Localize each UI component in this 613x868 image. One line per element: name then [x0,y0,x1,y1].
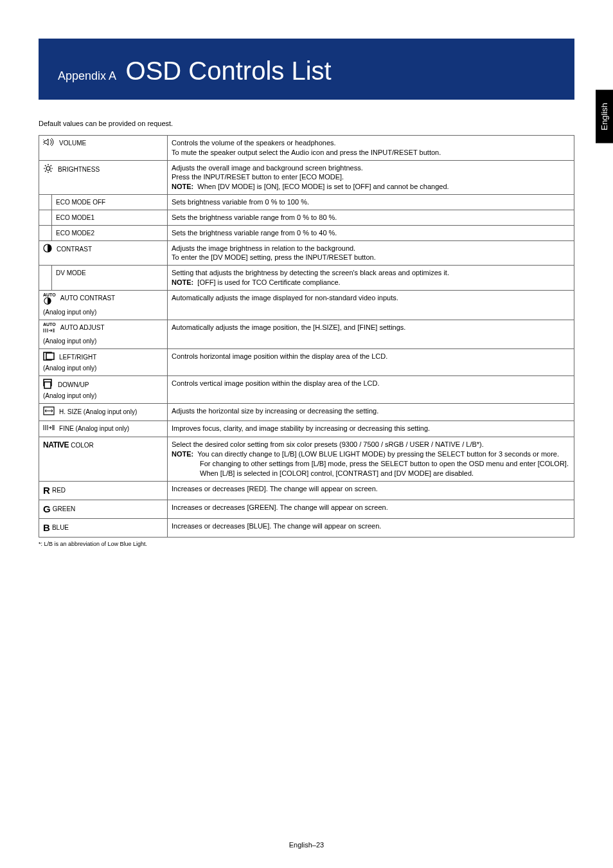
row-label: H. SIZE (Analog input only) [59,408,137,415]
blue-icon: B [43,521,50,534]
table-row: G GREEN Increases or decreases [GREEN]. … [39,500,574,518]
row-desc: Adjusts the horizontal size by increasin… [168,404,574,421]
auto-contrast-icon: AUTO [43,293,56,307]
svg-line-6 [51,170,52,172]
table-row: ECO MODE OFFSets brightness variable fro… [39,195,574,210]
row-desc: Adjusts the image brightness in relation… [168,240,574,266]
native-icon: NATIVE [43,440,69,449]
table-row: B BLUE Increases or decreases [BLUE]. Th… [39,519,574,538]
table-row: VOLUME Controls the volume of the speake… [39,135,574,160]
table-row: BRIGHTNESS Adjusts the overall image and… [39,160,574,195]
table-row: R RED Increases or decreases [RED]. The … [39,481,574,500]
row-desc: Select the desired color setting from si… [168,437,574,481]
page-header: Appendix A OSD Controls List [39,39,574,100]
table-row: DOWN/UP (Analog input only) Controls ver… [39,375,574,404]
row-desc: Controls the volume of the speakers or h… [168,135,574,160]
row-label: BRIGHTNESS [58,166,100,173]
row-label: LEFT/RIGHT [59,354,96,361]
row-label: VOLUME [59,140,86,147]
table-row: H. SIZE (Analog input only) Adjusts the … [39,404,574,421]
row-label: CONTRAST [57,246,92,253]
svg-line-8 [51,165,52,167]
table-row: DV MODE Setting that adjusts the brightn… [39,266,574,291]
table-row: LEFT/RIGHT (Analog input only) Controls … [39,348,574,375]
hsize-icon [43,406,55,418]
brightness-icon [43,163,53,176]
table-row: ECO MODE1Sets the brightness variable ra… [39,210,574,225]
green-icon: G [43,503,51,516]
down-up-icon [43,379,53,392]
svg-rect-17 [46,353,54,359]
row-desc: Controls vertical image position within … [168,375,574,404]
svg-line-5 [45,165,46,167]
red-icon: R [43,484,50,497]
table-row: NATIVE COLOR Select the desired color se… [39,437,574,481]
row-desc: Adjusts the overall image and background… [168,160,574,195]
page-number: English–23 [0,841,613,849]
page-title: OSD Controls List [126,57,332,86]
intro-text: Default values can be provided on reques… [39,119,574,129]
language-tab: English [596,90,613,143]
row-label: COLOR [71,442,94,449]
left-right-icon [43,352,55,363]
table-row: ECO MODE2Sets the brightness variable ra… [39,225,574,240]
row-desc: Automatically adjusts the image displaye… [168,290,574,320]
row-desc: Controls horizontal image position withi… [168,348,574,375]
row-label: AUTO CONTRAST [60,294,115,302]
row-label: DOWN/UP [58,381,89,388]
appendix-label: Appendix A [58,69,116,83]
row-desc: Automatically adjusts the image position… [168,320,574,348]
table-row: FINE (Analog input only) Improves focus,… [39,421,574,437]
table-row: AUTO AUTO CONTRAST (Analog input only) A… [39,290,574,320]
row-desc: Setting that adjusts the brightness by d… [168,266,574,291]
footnote: *: L/B is an abbreviation of Low Blue Li… [39,540,574,548]
row-label: FINE (Analog input only) [59,426,129,433]
table-row: CONTRAST Adjusts the image brightness in… [39,240,574,266]
fine-icon [43,424,55,434]
svg-point-0 [46,167,50,170]
row-label: AUTO ADJUST [60,324,105,331]
contrast-icon [43,244,52,255]
content: Default values can be provided on reques… [39,119,574,548]
row-desc: Improves focus, clarity, and image stabi… [168,421,574,437]
table-row: AUTO AUTO ADJUST (Analog input only) Aut… [39,320,574,348]
auto-adjust-icon: AUTO [43,323,56,336]
svg-line-7 [45,170,46,172]
volume-icon [43,138,55,149]
svg-rect-19 [44,382,51,388]
controls-table: VOLUME Controls the volume of the speake… [39,135,574,538]
